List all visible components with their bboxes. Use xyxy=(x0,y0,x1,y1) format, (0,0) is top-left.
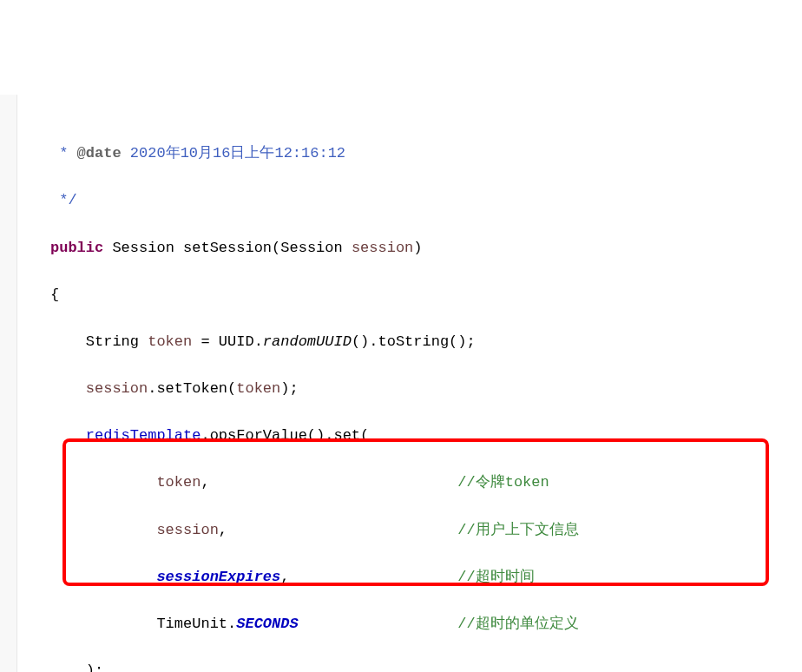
code-line: public Session setSession(Session sessio… xyxy=(17,236,802,260)
gutter xyxy=(0,95,17,672)
code-editor[interactable]: * @date 2020年10月16日上午12:16:12 */ public … xyxy=(0,95,802,672)
code-line: TimeUnit.SECONDS //超时的单位定义 xyxy=(17,612,802,636)
code-line: * @date 2020年10月16日上午12:16:12 xyxy=(17,142,802,165)
code-line: token, //令牌token xyxy=(17,471,802,494)
code-line: session, //用户上下文信息 xyxy=(17,518,802,542)
code-line: String token = UUID.randomUUID().toStrin… xyxy=(17,330,802,353)
code-line: { xyxy=(17,283,802,306)
code-line: */ xyxy=(17,188,802,212)
code-line: sessionExpires, //超时时间 xyxy=(17,565,802,589)
code-line: session.setToken(token); xyxy=(17,377,802,400)
code-line: ); xyxy=(17,659,802,672)
code-line: redisTemplate.opsForValue().set( xyxy=(17,424,802,447)
